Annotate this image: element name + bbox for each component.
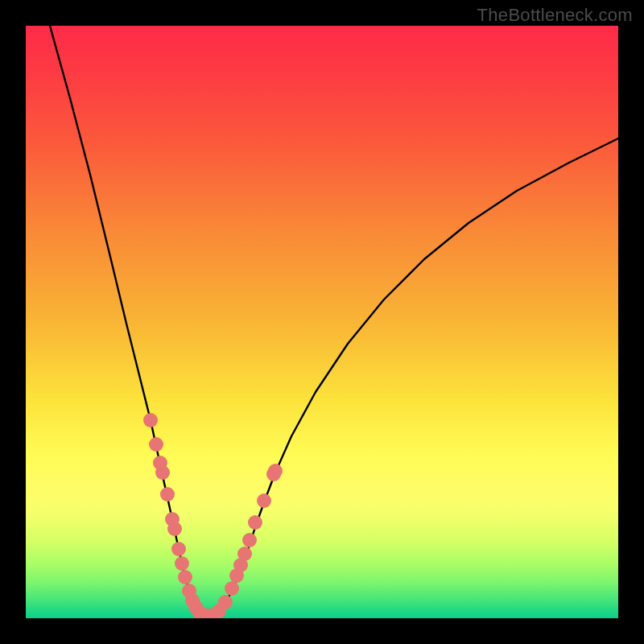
marker-dot (167, 522, 182, 536)
bottleneck-curve (50, 26, 618, 617)
marker-dot (149, 437, 163, 452)
marker-dot (268, 464, 283, 478)
marker-dot (257, 493, 271, 508)
outer-frame: TheBottleneck.com (0, 0, 644, 644)
marker-dot (175, 556, 189, 571)
marker-dot (218, 595, 233, 609)
watermark-text: TheBottleneck.com (477, 5, 633, 26)
marker-dot (143, 413, 158, 427)
curve-layer (26, 26, 618, 618)
marker-dot (178, 570, 192, 584)
marker-dot (242, 533, 257, 547)
left-markers-group (143, 413, 215, 618)
marker-dot (225, 581, 239, 596)
marker-dot (237, 547, 252, 561)
marker-dot (171, 542, 186, 556)
marker-dot (248, 515, 262, 530)
plot-area (26, 26, 618, 618)
marker-dot (155, 465, 170, 480)
marker-dot (160, 487, 175, 502)
right-markers-group (207, 464, 283, 618)
